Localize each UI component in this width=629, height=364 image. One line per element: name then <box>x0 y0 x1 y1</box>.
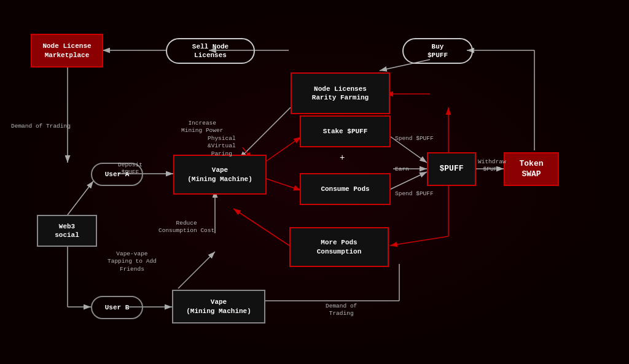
label-demand-trading-top: Demand of Trading <box>11 123 71 130</box>
label-spend-puff-bottom: Spend $PUFF <box>395 190 434 198</box>
label-spend-puff-top: Spend $PUFF <box>395 135 434 142</box>
token-swap: TokenSWAP <box>504 152 559 186</box>
vape-mining-machine-b: Vape(Mining Machine) <box>172 290 265 323</box>
puff-token: $PUFF <box>427 152 476 186</box>
label-plus: + <box>340 152 345 163</box>
buy-puff: Buy$PUFF <box>402 38 473 64</box>
svg-line-10 <box>264 137 301 163</box>
label-reduce-consumption-cost: ReduceConsumption Cost <box>158 220 214 235</box>
vape-mining-machine-a: Vape(Mining Machine) <box>173 155 267 195</box>
consume-pods: Consume Pods <box>300 173 391 205</box>
diagram: Node Licenses Rarity Farming (down arrow… <box>0 0 629 364</box>
svg-line-15 <box>388 172 427 190</box>
node-license-marketplace: Node LicenseMarketplace <box>31 34 103 68</box>
label-withdraw-puff: Withdraw$PUFF <box>478 158 506 174</box>
label-deposit-puff: Deposit$PUFF <box>118 161 143 177</box>
sell-node-licenses: Sell NodeLicenses <box>166 38 255 64</box>
label-increase-mining-power: IncreaseMining Power <box>181 120 223 135</box>
web3-social: Web3social <box>37 215 97 247</box>
svg-line-20 <box>390 236 448 246</box>
label-earn: Earn <box>395 166 409 173</box>
label-demand-trading-bottom: Demand ofTrading <box>326 303 357 318</box>
svg-line-11 <box>264 178 301 190</box>
svg-line-28 <box>178 252 215 288</box>
label-vape-tapping: Vape-vapeTapping to AddFriends <box>107 250 157 273</box>
label-physical-virtual-paring: Physical&VirtualParing <box>208 135 236 158</box>
user-b: User B <box>91 296 143 319</box>
stake-puff: Stake $PUFF <box>300 115 391 147</box>
svg-line-22 <box>68 181 93 215</box>
svg-line-12 <box>240 107 291 158</box>
more-pods-consumption: More PodsConsumption <box>289 227 389 267</box>
node-licenses-rarity-farming: Node LicensesRarity Farming <box>291 72 390 114</box>
svg-line-21 <box>233 209 289 246</box>
